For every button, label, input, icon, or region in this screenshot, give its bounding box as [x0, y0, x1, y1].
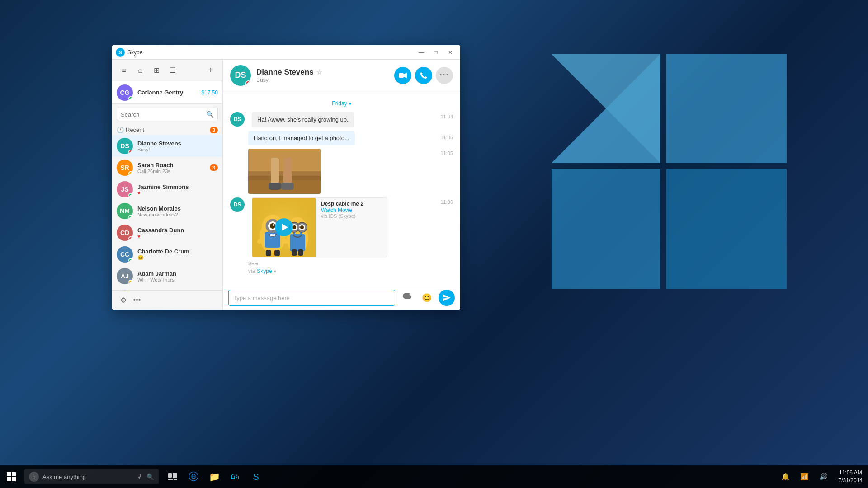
close-button[interactable]: ✕ — [444, 46, 457, 59]
contact-status-dot — [128, 171, 133, 176]
contact-status-dot — [128, 258, 133, 263]
maximize-button[interactable]: □ — [429, 46, 442, 59]
contact-item[interactable]: SR Sarah Roach Call 26min 23s 3 — [112, 157, 222, 178]
message-input[interactable] — [228, 290, 395, 306]
clock-icon: 🕐 — [117, 127, 124, 133]
contact-status-dot — [128, 215, 133, 219]
video-call-button[interactable] — [394, 67, 411, 84]
contact-item[interactable]: NM Nelson Morales New music ideas? — [112, 200, 222, 222]
chat-input-row: 😊 — [228, 290, 455, 306]
skype-logo: S — [116, 48, 125, 57]
network-icon[interactable]: 📶 — [795, 465, 814, 488]
search-input-wrap[interactable]: 🔍 — [117, 108, 218, 121]
contact-item[interactable]: DS Dianne Stevens Busy! — [112, 135, 222, 157]
svg-rect-46 — [292, 249, 297, 256]
task-view-button[interactable] — [162, 465, 183, 488]
title-bar: S Skype — □ ✕ — [112, 45, 460, 60]
svg-rect-5 — [552, 164, 787, 169]
chat-contact-avatar: DS — [230, 65, 251, 86]
recent-badge: 3 — [210, 127, 218, 133]
send-button[interactable] — [439, 290, 455, 306]
contact-status-dot — [128, 193, 133, 197]
add-button[interactable]: + — [203, 62, 219, 79]
store-icon[interactable]: 🛍 — [225, 465, 245, 488]
start-button[interactable] — [0, 465, 23, 488]
minimize-button[interactable]: — — [415, 46, 428, 59]
message-time: 11:04 — [440, 112, 453, 119]
contact-status: WFH Wed/Thurs — [137, 277, 218, 282]
contact-avatar: WL — [117, 290, 133, 290]
search-icon[interactable]: 🔍 — [206, 111, 214, 118]
notification-icon[interactable]: 🔔 — [776, 465, 795, 488]
contact-status: ♥ — [137, 190, 218, 196]
own-avatar: CG — [117, 84, 133, 101]
svg-rect-14 — [269, 183, 281, 190]
contact-item[interactable]: WL Will Little Offline this afternoon — [112, 287, 222, 290]
voice-call-button[interactable] — [415, 67, 432, 84]
contact-name: Adam Jarman — [137, 270, 218, 277]
date-divider: Friday ▾ — [230, 100, 453, 107]
ie-icon[interactable]: ⓔ — [183, 465, 204, 488]
recent-header: 🕐 Recent 3 — [112, 125, 222, 135]
contact-item[interactable]: CC Charlotte De Crum 😊 — [112, 244, 222, 265]
play-button[interactable] — [275, 218, 293, 236]
search-input[interactable] — [121, 111, 206, 118]
grid-icon[interactable]: ⊞ — [148, 62, 165, 79]
video-thumbnail[interactable] — [252, 198, 316, 257]
favorite-star-icon[interactable]: ☆ — [316, 69, 322, 76]
list-icon[interactable]: ☰ — [165, 62, 181, 79]
svg-rect-49 — [7, 472, 11, 476]
skype-taskbar-icon[interactable]: S — [245, 465, 266, 488]
video-share-card: Despicable me 2 Watch Movie via iOS (Sky… — [252, 197, 387, 257]
cortana-icon: ○ — [29, 472, 39, 482]
attachment-button[interactable] — [399, 290, 415, 306]
emoji-button[interactable]: 😊 — [419, 290, 435, 306]
recent-label[interactable]: Recent — [126, 127, 210, 133]
svg-rect-47 — [298, 249, 303, 256]
contact-info: Dianne Stevens Busy! — [137, 140, 218, 152]
svg-rect-6 — [661, 54, 666, 289]
svg-rect-54 — [173, 473, 177, 478]
contact-info: Cassandra Dunn ♥ — [137, 227, 218, 239]
via-skype-link[interactable]: Skype — [257, 268, 272, 274]
more-icon[interactable]: ••• — [130, 293, 144, 307]
profile-bar: CG Carianne Gentry $17.50 — [112, 81, 222, 104]
svg-rect-52 — [12, 477, 16, 481]
contact-item[interactable]: CD Cassandra Dunn ♥ — [112, 222, 222, 244]
contact-item[interactable]: AJ Adam Jarman WFH Wed/Thurs — [112, 265, 222, 287]
svg-point-26 — [273, 224, 274, 226]
search-icon[interactable]: 🔍 — [146, 473, 154, 480]
svg-rect-33 — [274, 250, 280, 256]
message-content: Hang on, I managed to get a photo... — [248, 131, 440, 145]
system-clock[interactable]: 11:06 AM 7/31/2014 — [833, 465, 868, 488]
contact-status-dot — [128, 236, 133, 241]
svg-rect-45 — [297, 226, 300, 228]
taskbar-search-text: Ask me anything — [42, 474, 133, 480]
search-bar: 🔍 — [112, 104, 222, 125]
volume-icon[interactable]: 🔊 — [814, 465, 833, 488]
date-divider-text[interactable]: Friday ▾ — [332, 100, 351, 107]
contact-info: Adam Jarman WFH Wed/Thurs — [137, 270, 218, 282]
svg-rect-15 — [281, 183, 294, 190]
svg-marker-8 — [404, 73, 407, 78]
settings-icon[interactable]: ⚙ — [117, 293, 130, 307]
more-options-button[interactable]: ··· — [436, 67, 453, 84]
mic-icon[interactable]: 🎙 — [137, 473, 143, 480]
chat-area: DS Dianne Stevens ☆ Busy! — [223, 60, 460, 310]
menu-icon[interactable]: ≡ — [116, 62, 132, 79]
svg-rect-13 — [283, 158, 292, 185]
contact-info: Sarah Roach Call 26min 23s — [137, 162, 210, 174]
contact-item[interactable]: JS Jazmine Simmons ♥ — [112, 178, 222, 200]
chat-photo — [248, 149, 321, 194]
contact-avatar: AJ — [117, 268, 133, 284]
video-info: Despicable me 2 Watch Movie via iOS (Sky… — [317, 198, 367, 257]
explorer-icon[interactable]: 📁 — [204, 465, 225, 488]
window-title: Skype — [127, 49, 415, 56]
credit-balance[interactable]: $17.50 — [201, 89, 218, 96]
svg-rect-56 — [174, 479, 177, 480]
message-time: 11:05 — [440, 131, 453, 145]
taskbar-search[interactable]: ○ Ask me anything 🎙 🔍 — [24, 469, 159, 484]
svg-rect-55 — [168, 479, 173, 480]
home-icon[interactable]: ⌂ — [132, 62, 148, 79]
video-link[interactable]: Watch Movie — [321, 207, 363, 213]
